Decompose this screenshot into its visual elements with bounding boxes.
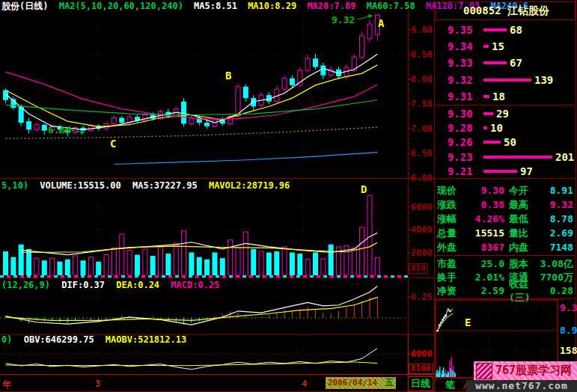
obv-value: OBV:646299.75 xyxy=(24,334,94,345)
ma20-value: MA20:7.89 xyxy=(307,1,355,11)
price-level: 9.26 xyxy=(448,136,483,148)
ask-row[interactable]: 9.3415 xyxy=(437,38,576,55)
volume-value: 201 xyxy=(555,151,574,163)
volume-bar xyxy=(483,95,489,98)
ask-row[interactable]: 9.3367 xyxy=(437,55,576,71)
macd-params: (12,26,9) xyxy=(1,280,50,290)
price-level: 9.33 xyxy=(448,57,483,69)
svg-text:8.00: 8.00 xyxy=(411,74,433,85)
quote-row-price: 现价9.30 今开8.91 xyxy=(437,183,575,197)
volume-bar xyxy=(483,45,489,48)
quote-row-pct: 涨幅4.26% 最低8.78 xyxy=(437,212,575,226)
macd-pane-header: (12,26,9) DIF:0.37 DEA:0.24 MACD:0.25 xyxy=(1,280,225,290)
dif-value: DIF:0.37 xyxy=(61,280,105,290)
volume-bar xyxy=(483,28,507,31)
site-logo-icon xyxy=(476,363,492,379)
volume-value: 29 xyxy=(496,108,509,120)
ask-queue[interactable]: 9.35689.34159.33679.321399.3118 xyxy=(437,22,576,105)
volume-bar xyxy=(483,126,487,129)
price-level: 9.21 xyxy=(448,165,483,177)
price-level: 9.28 xyxy=(448,122,483,134)
volume-bar xyxy=(483,156,552,159)
svg-text:A: A xyxy=(378,17,385,29)
volume-pane-header: 5,10) VOLUME:15515.00 MA5:37227.95 MAVOL… xyxy=(1,180,296,191)
volume-value: VOLUME:15515.00 xyxy=(40,180,120,191)
svg-text:D: D xyxy=(361,183,367,195)
obv-pane-header: 0) OBV:646299.75 MAOBV:521812.13 xyxy=(1,334,192,345)
month-label-4: 4 xyxy=(302,379,307,389)
svg-text:8.92: 8.92 xyxy=(560,325,577,336)
svg-text:2000: 2000 xyxy=(411,248,433,258)
fin-row-netasset: 净资2.59 收益(三)0.28 xyxy=(437,284,575,298)
volume-value: 97 xyxy=(520,165,533,177)
price-level: 9.30 xyxy=(448,108,483,120)
volume-value: 50 xyxy=(504,136,516,148)
bid-queue[interactable]: 9.30299.28109.26509.232019.2197 xyxy=(437,106,576,179)
svg-text:6000: 6000 xyxy=(411,349,433,359)
price-level: 9.31 xyxy=(448,91,483,102)
pane-separator-ribbon xyxy=(0,275,408,278)
volume-bar xyxy=(483,79,531,82)
price-level: 9.35 xyxy=(448,24,483,36)
weekday-value: 五 xyxy=(385,378,394,388)
svg-text:6.50: 6.50 xyxy=(411,148,433,159)
svg-text:B: B xyxy=(225,70,231,82)
svg-text:7.50: 7.50 xyxy=(411,99,433,109)
volume-value: 18 xyxy=(492,91,505,102)
ma5-value: MA5:8.51 xyxy=(194,1,237,11)
watermark-url[interactable]: www.net767.com xyxy=(466,380,577,392)
ma60-value: MA60:7.58 xyxy=(367,1,415,11)
svg-text:6.84: 6.84 xyxy=(48,124,71,135)
dea-value: DEA:0.24 xyxy=(116,280,159,290)
svg-text:E: E xyxy=(465,316,471,328)
month-label-3: 3 xyxy=(95,379,100,389)
volume-bar xyxy=(483,170,517,173)
bid-row[interactable]: 9.2810 xyxy=(437,120,576,135)
price-level: 9.32 xyxy=(448,74,483,86)
mavol5-value: MA5:37227.95 xyxy=(132,180,198,191)
ask-row[interactable]: 9.32139 xyxy=(437,72,576,88)
current-date-box: 2006/04/14 五 xyxy=(326,377,396,389)
stock-app-window: 9.008.508.007.507.006.506.009.326.84ABCD… xyxy=(0,0,577,392)
ma-settings-label: MA2(5,10,20,60,120,240) xyxy=(59,1,183,11)
volume-value: 10 xyxy=(490,122,503,134)
quote-row-volume: 总量15515 量比2.69 xyxy=(437,226,575,240)
price-level: 9.34 xyxy=(448,40,483,52)
volume-bar xyxy=(483,141,501,144)
period-selector[interactable]: 日线 xyxy=(408,376,433,391)
maobv-value: MAOBV:521812.13 xyxy=(106,334,186,345)
volume-bar xyxy=(483,61,507,64)
svg-text:0.25: 0.25 xyxy=(411,292,433,302)
volume-value: 139 xyxy=(534,74,553,86)
svg-text:1585: 1585 xyxy=(560,345,577,356)
bid-row[interactable]: 9.2650 xyxy=(437,135,576,150)
mavol2-value: MAVOL2:28719.96 xyxy=(209,180,290,191)
macd-value: MACD:0.25 xyxy=(171,280,219,290)
svg-text:7.00: 7.00 xyxy=(411,123,433,134)
quote-row-lots: 外盘8367 内盘7148 xyxy=(437,240,575,254)
volume-value: 15 xyxy=(492,40,504,52)
svg-text:4000: 4000 xyxy=(411,224,433,235)
date-value: 2006/04/14 xyxy=(328,378,377,388)
price-level: 9.23 xyxy=(448,151,483,163)
ask-row[interactable]: 9.3118 xyxy=(437,88,576,105)
volume-value: 67 xyxy=(510,57,522,69)
bid-row[interactable]: 9.23201 xyxy=(437,150,576,164)
volume-value: 68 xyxy=(510,24,522,36)
svg-text:8.50: 8.50 xyxy=(411,49,433,60)
svg-text:9.00: 9.00 xyxy=(411,25,433,35)
bid-row[interactable]: 9.3029 xyxy=(437,106,576,120)
ask-row[interactable]: 9.3568 xyxy=(437,22,576,38)
svg-text:C: C xyxy=(110,138,116,150)
svg-text:9.32: 9.32 xyxy=(560,302,577,313)
year-label: 年 xyxy=(2,379,11,391)
volume-unit-box: X10 xyxy=(409,263,428,274)
tab-trade-detail[interactable]: 笔 xyxy=(445,379,455,391)
obv-unit-box: X100 xyxy=(409,364,433,374)
volume-params: 5,10) xyxy=(1,180,28,191)
volume-bar xyxy=(483,112,493,115)
stock-code-name: 000852 江钻股份 xyxy=(437,2,576,19)
bid-row[interactable]: 9.2197 xyxy=(437,165,576,179)
fin-row-pe: 市盈25.0 股本3.08亿 xyxy=(437,257,575,271)
stock-title-label: 股份(日线) xyxy=(1,1,48,11)
